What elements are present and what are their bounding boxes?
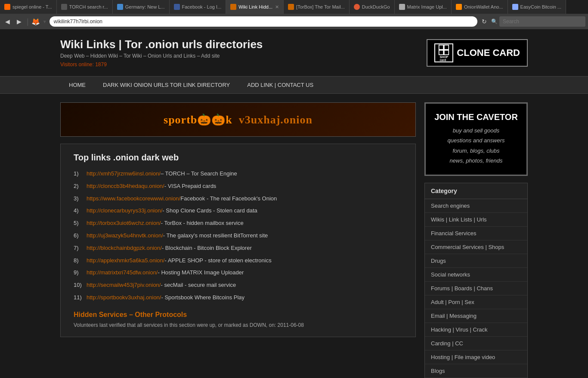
link-url-3[interactable]: https://www.facebookcorewwwi.onion/ <box>87 194 180 203</box>
links-title: Top links .onion dark web <box>74 153 402 163</box>
link-url-11[interactable]: http://sportbookv3uxhaj.onion/ <box>87 293 161 302</box>
content-left: sportb🎃🎃k v3uxhaj.onion Top links .onion… <box>60 102 416 378</box>
tab-7[interactable]: DuckDuckGo <box>350 0 395 14</box>
menu-icon: ▼ <box>43 19 47 24</box>
tab-favicon-5 <box>230 4 236 10</box>
tab-10[interactable]: EasyCoin Bitcoin ... <box>508 0 566 14</box>
ad-banner[interactable]: SHOPcard CLONE CARD <box>427 39 528 67</box>
link-num-8: 8) <box>74 256 87 265</box>
page-wrapper: Wiki Links | Tor .onion urls directories… <box>0 29 588 378</box>
tab-6[interactable]: [TorBox] The Tor Mail... <box>284 0 350 14</box>
tab-favicon-10 <box>512 4 518 10</box>
link-url-4[interactable]: http://clonecarbuyrys33j.onion/ <box>87 206 162 215</box>
category-item-commercial[interactable]: Commercial Services | Shops <box>425 240 527 254</box>
category-item-search-engines[interactable]: Search engines <box>425 199 527 213</box>
category-item-social[interactable]: Social networks <box>425 268 527 282</box>
tab-label-10: EasyCoin Bitcoin ... <box>520 4 561 9</box>
link-desc-9: - Hosting MATRIX Image Uploader <box>158 268 244 277</box>
site-info: Wiki Links | Tor .onion urls directories… <box>60 38 263 68</box>
cavetor-box[interactable]: JOIN THE CAVETOR buy and sell goods ques… <box>424 102 528 176</box>
shop-label: SHOPcard <box>439 55 448 61</box>
link-url-7[interactable]: http://blockchainbdgpzk.onion/ <box>87 244 162 253</box>
link-desc-7: - Blockchain - Bitcoin Block Explorer <box>162 244 252 253</box>
list-item: 4) http://clonecarbuyrys33j.onion/ - Sho… <box>74 206 402 215</box>
search-bar-wrap: 🔍 <box>491 16 585 27</box>
nav-add-link[interactable]: ADD LINK | CONTACT US <box>238 77 322 93</box>
list-item: 6) http://uj3wazyk5u4hnvtk.onion/ - The … <box>74 231 402 240</box>
nav-divider: | <box>27 17 29 26</box>
link-desc-6: - The galaxy's most resilient BitTorrent… <box>163 231 268 240</box>
category-item-hacking[interactable]: Hacking | Virus | Crack <box>425 323 527 337</box>
cavetor-line-2: questions and answers <box>448 137 505 144</box>
tab-bar: spiegel online - T... TORCH search r... … <box>0 0 588 14</box>
search-input[interactable] <box>499 16 585 27</box>
nav-directory[interactable]: DARK WIKI ONION URLS TOR LINK DIRECTORY <box>94 77 238 93</box>
browser-chrome: spiegel online - T... TORCH search r... … <box>0 0 588 29</box>
tab-label-3: Germany: New L... <box>125 4 165 9</box>
visitors-online: Visitors online: 1879 <box>60 61 263 68</box>
tab-label-8: Matrix Image Upl... <box>407 4 447 9</box>
back-button[interactable]: ◀ <box>3 16 12 27</box>
link-url-9[interactable]: http://matrixtxri745dfw.onion/ <box>87 268 158 277</box>
tab-close-5[interactable]: ✕ <box>275 4 279 10</box>
tab-favicon-9 <box>456 4 462 10</box>
link-desc-11: - Sportsbook Where Bitcoins Play <box>161 293 244 302</box>
link-num-9: 9) <box>74 268 87 277</box>
link-url-2[interactable]: http://clonccb3b4hedaqu.onion/ <box>87 182 164 191</box>
link-url-5[interactable]: http://torbox3uiot6wchz.onion/ <box>87 219 161 228</box>
tab-4[interactable]: Facebook - Log I... <box>170 0 226 14</box>
nav-home[interactable]: HOME <box>60 77 94 93</box>
tab-2[interactable]: TORCH search r... <box>57 0 113 14</box>
category-item-hosting[interactable]: Hosting | File image video <box>425 350 527 364</box>
header-area: Wiki Links | Tor .onion urls directories… <box>0 29 588 76</box>
category-item-blogs[interactable]: Blogs <box>425 364 527 378</box>
link-num-1: 1) <box>74 169 87 178</box>
cavetor-desc: buy and sell goods questions and answers… <box>434 126 518 166</box>
cavetor-title: JOIN THE CAVETOR <box>434 112 518 122</box>
banner-text: sportb🎃🎃k v3uxhaj.onion <box>164 113 313 126</box>
link-num-5: 5) <box>74 219 87 228</box>
category-item-adult[interactable]: Adult | Porn | Sex <box>425 295 527 309</box>
reload-button[interactable]: ↻ <box>479 16 489 27</box>
tab-8[interactable]: Matrix Image Upl... <box>395 0 452 14</box>
shop-logo-icon: SHOPcard <box>434 43 453 62</box>
link-url-1[interactable]: http://xmh57jrzrnw6insl.onion/ <box>87 169 161 178</box>
tab-label-4: Facebook - Log I... <box>182 4 222 9</box>
category-item-financial[interactable]: Financial Services <box>425 227 527 240</box>
list-item: 9) http://matrixtxri745dfw.onion/ - Host… <box>74 268 402 277</box>
sportbook-banner[interactable]: sportb🎃🎃k v3uxhaj.onion <box>60 102 416 137</box>
url-bar[interactable] <box>50 16 477 27</box>
category-item-forums[interactable]: Forums | Boards | Chans <box>425 282 527 295</box>
tab-favicon-6 <box>288 4 294 10</box>
tab-label-2: TORCH search r... <box>69 4 108 9</box>
tab-9[interactable]: OnionWallet Ano... <box>452 0 508 14</box>
link-url-6[interactable]: http://uj3wazyk5u4hnvtk.onion/ <box>87 231 163 240</box>
category-item-email[interactable]: Email | Messaging <box>425 309 527 323</box>
shop-icon-svg <box>437 44 450 55</box>
svg-rect-1 <box>444 45 449 49</box>
link-num-6: 6) <box>74 231 87 240</box>
tab-5[interactable]: Wiki Link Hidd... ✕ <box>226 0 284 14</box>
link-num-10: 10) <box>74 281 87 290</box>
link-url-10[interactable]: http://secmailw453j7piv.onion/ <box>87 281 161 290</box>
category-item-drugs[interactable]: Drugs <box>425 254 527 268</box>
firefox-icon: 🦊 <box>31 18 40 26</box>
link-desc-4: - Shop Clone Cards - Stolen card data <box>162 206 257 215</box>
nav-bar: ◀ ▶ | 🦊 ▼ ↻ 🔍 <box>0 14 588 29</box>
tab-1[interactable]: spiegel online - T... <box>0 0 57 14</box>
link-url-8[interactable]: http://applexhmkr5a6ka5.onion/ <box>87 256 164 265</box>
tab-3[interactable]: Germany: New L... <box>113 0 170 14</box>
tab-label-7: DuckDuckGo <box>362 4 390 9</box>
site-title: Wiki Links | Tor .onion urls directories <box>60 38 263 51</box>
link-num-2: 2) <box>74 182 87 191</box>
category-item-wikis[interactable]: Wikis | Link Lists | Urls <box>425 213 527 227</box>
tab-favicon-1 <box>4 4 10 10</box>
forward-button[interactable]: ▶ <box>14 16 24 27</box>
category-item-carding[interactable]: Carding | CC <box>425 337 527 350</box>
link-desc-5: - TorBox - hidden mailbox service <box>161 219 244 228</box>
tab-favicon-3 <box>117 4 123 10</box>
cavetor-line-3: forum, blogs, clubs <box>452 148 499 154</box>
tab-label-9: OnionWallet Ano... <box>464 4 503 9</box>
link-desc-8: - APPLE SHOP - store of stolen electroni… <box>164 256 271 265</box>
main-content: sportb🎃🎃k v3uxhaj.onion Top links .onion… <box>0 94 588 378</box>
